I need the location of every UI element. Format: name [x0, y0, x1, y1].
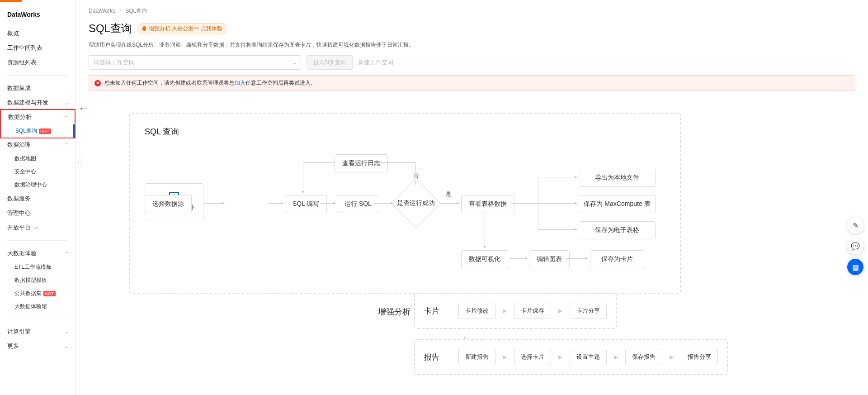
- sidebar-item-data-modeling-dev[interactable]: 数据建模与开发 ⌄: [0, 95, 75, 110]
- sidebar-item-resource-list[interactable]: 资源组列表: [0, 55, 75, 70]
- sidebar-item-data-governance[interactable]: 数据治理 ⌃: [0, 138, 75, 152]
- apps-float-button[interactable]: ▦: [847, 259, 863, 275]
- divider: [7, 240, 68, 241]
- card-flow-panel: 卡片 卡片修改 ▶ 卡片保存 ▶ 卡片分享: [414, 293, 617, 329]
- label: 大数据体验: [7, 249, 37, 257]
- label: 概览: [7, 29, 19, 38]
- sidebar-subitem-data-map[interactable]: 数据地图: [0, 152, 75, 165]
- sidebar-item-overview[interactable]: 概览: [0, 26, 75, 41]
- report-flow-panel: 报告 新建报告 ▶ 选择卡片 ▶ 设置主题 ▶ 保存报告 ▶ 报告分享: [414, 339, 728, 375]
- enter-sql-query-button[interactable]: 进入SQL查询: [307, 55, 353, 70]
- sidebar-subitem-sql-query[interactable]: SQL查询 HOT: [1, 124, 75, 138]
- label: 数据模型模板: [14, 276, 47, 284]
- node-view-log: 查看运行日志: [335, 154, 388, 172]
- breadcrumb-current: SQL查询: [125, 8, 147, 14]
- node-run-sql: 运行 SQL: [337, 195, 379, 213]
- main-content: DataWorks / SQL查询 SQL查询 增强分析 火热公测中 点我体验 …: [76, 0, 868, 395]
- label: 数据服务: [7, 195, 31, 203]
- promo-text: 增强分析 火热公测中 点我体验: [149, 25, 222, 33]
- label: 开放平台: [7, 224, 31, 231]
- float-action-buttons: ✎ 💬 ▦: [847, 217, 863, 275]
- arrow: [374, 203, 393, 204]
- chevron-down-icon: ⌄: [64, 100, 69, 105]
- node-save-mc: 保存为 MaxCompute 表: [579, 195, 656, 213]
- edit-float-button[interactable]: ✎: [847, 217, 863, 233]
- arrow-right-icon: ▶: [503, 354, 507, 360]
- sidebar-subitem-etl-template[interactable]: ETL工作流模板: [0, 261, 75, 274]
- separator: /: [119, 8, 121, 14]
- fire-icon: [142, 26, 146, 31]
- label: 数据地图: [14, 155, 36, 162]
- page-title: SQL查询: [89, 21, 132, 36]
- hot-badge: HOT: [39, 128, 51, 134]
- breadcrumb-root[interactable]: DataWorks: [89, 8, 115, 14]
- chat-float-button[interactable]: 💬: [847, 238, 863, 254]
- label: 数据集成: [7, 84, 31, 92]
- sidebar-subitem-security-center[interactable]: 安全中心: [0, 165, 75, 178]
- node-decision-success: 是否运行成功: [391, 190, 441, 217]
- arrow: [566, 258, 588, 259]
- label: 数据建模与开发: [7, 99, 48, 107]
- node-save-report: 保存报告: [625, 349, 662, 365]
- sidebar-item-open-platform[interactable]: 开放平台 ↗: [0, 220, 75, 235]
- sidebar-subitem-data-model-template[interactable]: 数据模型模板: [0, 274, 75, 287]
- report-title: 报告: [424, 352, 439, 362]
- label: ETL工作流模板: [14, 263, 52, 271]
- arrow-right-icon: ▶: [670, 354, 674, 360]
- arrow: [538, 203, 577, 204]
- sql-query-flow-panel: SQL 查询 新建 SQL 文件 选择数据源 SQL 编写 运行 SQL 是否运…: [129, 113, 681, 294]
- chevron-up-icon: ⌃: [64, 143, 69, 148]
- node-export-local: 导出为本地文件: [579, 169, 656, 187]
- alert-join-link[interactable]: 加入: [235, 80, 245, 86]
- label: 工作空间列表: [7, 44, 42, 52]
- sidebar-item-data-integration[interactable]: 数据集成: [0, 81, 75, 95]
- label-no: 否: [412, 172, 420, 180]
- label-yes: 是: [445, 190, 452, 198]
- divider: [7, 75, 68, 76]
- chevron-down-icon: ⌄: [64, 344, 69, 349]
- card-title: 卡片: [424, 306, 439, 316]
- workspace-select[interactable]: 请选择工作空间 ⌄: [89, 55, 301, 70]
- label: 数据分析: [8, 113, 32, 121]
- node-sql-write: SQL 编写: [285, 195, 327, 213]
- line: [303, 162, 335, 163]
- sidebar-item-data-analysis[interactable]: 数据分析 ⌃: [1, 110, 75, 124]
- chevron-up-icon: ⌃: [63, 115, 68, 120]
- arrow-right-icon: ▶: [503, 308, 507, 314]
- node-save-card: 保存为卡片: [590, 250, 644, 268]
- line: [511, 203, 538, 204]
- annotation-arrow-icon: ←: [78, 101, 90, 115]
- new-workspace-link[interactable]: 新建工作空间: [358, 58, 393, 67]
- label: 大数据体验馆: [14, 303, 47, 310]
- label: SQL查询: [15, 127, 37, 135]
- alert-text: 您未加入任何工作空间，请先创建或者联系管理员将您加入任意工作空间后再尝试进入。: [104, 79, 316, 87]
- sidebar-item-bigdata-experience[interactable]: 大数据体验 ⌃: [0, 246, 75, 261]
- sidebar-item-management-center[interactable]: 管理中心: [0, 206, 75, 220]
- arrow-right-icon: ▶: [558, 308, 562, 314]
- sidebar-subitem-experience-hall[interactable]: 大数据体验馆: [0, 300, 75, 313]
- node-share-report: 报告分享: [681, 349, 718, 365]
- chevron-down-icon: ⌄: [64, 329, 69, 334]
- sidebar-collapse-button[interactable]: ‹: [76, 156, 81, 168]
- arrow: [303, 162, 303, 193]
- promo-pill[interactable]: 增强分析 火热公测中 点我体验: [137, 23, 227, 34]
- sidebar-subitem-public-dataset[interactable]: 公共数据集 HOT: [0, 287, 75, 300]
- alert-error: ✕ 您未加入任何工作空间，请先创建或者联系管理员将您加入任意工作空间后再尝试进入…: [89, 75, 855, 91]
- node-edit-chart: 编辑图表: [529, 250, 570, 268]
- sidebar-item-workspace-list[interactable]: 工作空间列表: [0, 41, 75, 55]
- top-accent-bar: [0, 0, 22, 2]
- node-select-card: 选择卡片: [514, 349, 551, 365]
- label: 更多: [7, 342, 19, 350]
- line: [465, 290, 465, 308]
- sidebar-subitem-governance-center[interactable]: 数据治理中心: [0, 178, 75, 191]
- arrow: [203, 203, 224, 204]
- arrow: [465, 329, 465, 339]
- sidebar-item-data-service[interactable]: 数据服务: [0, 191, 75, 206]
- node-card-share: 卡片分享: [570, 303, 607, 319]
- label: 公共数据集: [14, 290, 42, 297]
- node-save-sheet: 保存为电子表格: [579, 221, 656, 239]
- sidebar-item-compute-engine[interactable]: 计算引擎 ⌄: [0, 324, 75, 339]
- node-visualize: 数据可视化: [461, 250, 508, 268]
- sidebar-item-more[interactable]: 更多 ⌄: [0, 339, 75, 353]
- arrow-right-icon: ▶: [558, 354, 562, 360]
